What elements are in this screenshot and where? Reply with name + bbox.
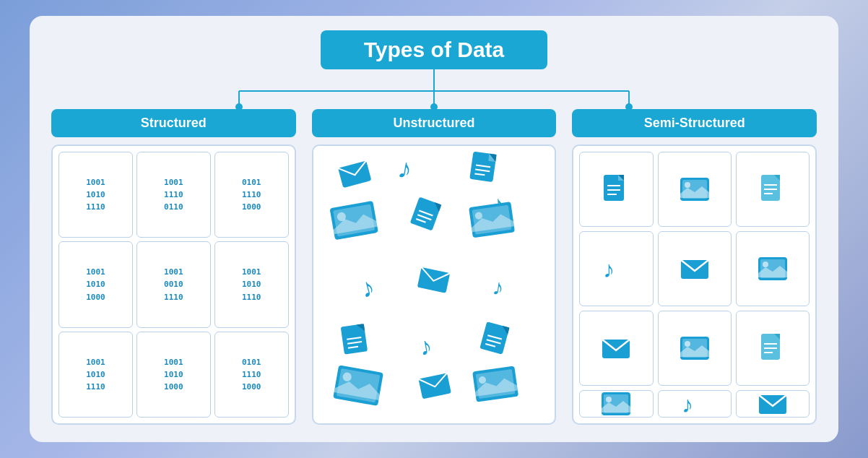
bin-cell-2: 0101 1110 1000 bbox=[214, 152, 289, 238]
semi-cell-doclines1 bbox=[736, 152, 810, 227]
svg-point-5 bbox=[235, 103, 243, 109]
svg-text:♪: ♪ bbox=[357, 272, 378, 303]
bin-cell-3: 1001 1010 1000 bbox=[58, 241, 133, 327]
svg-point-6 bbox=[430, 103, 438, 109]
svg-text:♪: ♪ bbox=[603, 256, 615, 282]
title-box: Types of Data bbox=[321, 30, 548, 69]
semi-cell-img1 bbox=[658, 152, 732, 227]
semi-structured-column: Semi-Structured ♪ bbox=[572, 109, 817, 425]
bin-cell-1: 1001 1110 0110 bbox=[136, 152, 211, 238]
bin-cell-6: 1001 1010 1110 bbox=[58, 332, 133, 418]
unstructured-header: Unstructured bbox=[312, 109, 557, 137]
semi-cell-music2: ♪ bbox=[658, 390, 732, 418]
semi-cell-doc1 bbox=[579, 152, 653, 227]
svg-point-71 bbox=[685, 341, 690, 347]
main-card: Types of Data Structured bbox=[30, 16, 838, 442]
svg-text:♪: ♪ bbox=[491, 275, 505, 300]
semi-cell-mail1 bbox=[658, 231, 732, 306]
unstructured-content: ♪ ♪ bbox=[312, 144, 557, 425]
semi-cell-mail2 bbox=[579, 311, 653, 386]
svg-rect-72 bbox=[761, 334, 780, 360]
semi-grid: ♪ bbox=[579, 152, 810, 418]
svg-text:♪: ♪ bbox=[396, 152, 415, 185]
semi-cell-music1: ♪ bbox=[579, 231, 653, 306]
bin-cell-7: 1001 1010 1000 bbox=[136, 332, 211, 418]
bin-cell-8: 0101 1110 1000 bbox=[214, 332, 289, 418]
svg-point-67 bbox=[763, 262, 768, 267]
structured-header: Structured bbox=[51, 109, 296, 137]
svg-rect-58 bbox=[761, 175, 780, 201]
semi-cell-img4 bbox=[579, 390, 653, 418]
structured-column: Structured 1001 1010 1110 1001 1110 0110… bbox=[51, 109, 296, 425]
structured-content: 1001 1010 1110 1001 1110 0110 0101 1110 … bbox=[51, 144, 296, 425]
columns-container: Structured 1001 1010 1110 1001 1110 0110… bbox=[51, 109, 817, 425]
bin-cell-0: 1001 1010 1110 bbox=[58, 152, 133, 238]
semi-structured-header: Semi-Structured bbox=[572, 109, 817, 137]
page-title: Types of Data bbox=[364, 38, 505, 61]
semi-cell-img3 bbox=[658, 311, 732, 386]
svg-text:♪: ♪ bbox=[682, 392, 693, 417]
bin-cell-5: 1001 1010 1110 bbox=[214, 241, 289, 327]
semi-cell-img2 bbox=[736, 231, 810, 306]
svg-point-57 bbox=[685, 182, 690, 188]
unstructured-column: Unstructured ♪ bbox=[312, 109, 557, 425]
svg-point-79 bbox=[606, 397, 612, 402]
svg-point-7 bbox=[625, 103, 633, 109]
svg-text:♪: ♪ bbox=[417, 332, 434, 360]
bin-cell-4: 1001 0010 1110 bbox=[136, 241, 211, 327]
tree-connector bbox=[138, 69, 730, 109]
svg-rect-20 bbox=[409, 196, 441, 230]
semi-structured-content: ♪ bbox=[572, 144, 817, 425]
semi-cell-doc2 bbox=[736, 311, 810, 386]
semi-cell-mail3 bbox=[736, 390, 810, 418]
binary-grid: 1001 1010 1110 1001 1110 0110 0101 1110 … bbox=[58, 152, 289, 418]
